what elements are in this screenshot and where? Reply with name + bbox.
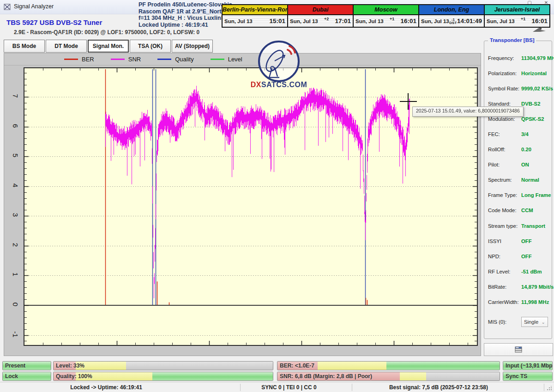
clock-time-row: Sun, Jul 13-1DST14:01:49 xyxy=(419,15,484,27)
clock-date: Sun, Jul 13 xyxy=(421,18,449,24)
field-value: 11304,979 MHz xyxy=(521,55,554,61)
transponder-field-row: BitRate:14,879 Mbit/s xyxy=(484,279,552,294)
field-label: NPD: xyxy=(488,254,521,259)
clock-date: Sun, Jul 13 xyxy=(290,18,318,24)
clock-city: Berlin-Paris-Vienna-Roma xyxy=(223,5,287,15)
clock-city: Dubai xyxy=(288,5,353,15)
clock-offset: +1 xyxy=(390,17,394,21)
transponder-field-row: NPD:OFF xyxy=(484,249,552,264)
bar-label: Lock xyxy=(5,372,18,380)
y-axis-tick-label: 0 xyxy=(10,299,21,310)
world-clock: London, EngSun, Jul 13-1DST14:01:49 xyxy=(418,4,485,28)
clock-date: Sun, Jul 13 xyxy=(487,18,515,24)
world-clock: MoscowSun, Jul 13+116:01 xyxy=(353,4,419,28)
mis-select[interactable]: Single ⌄ xyxy=(521,317,548,327)
chart-plot-area[interactable] xyxy=(24,67,478,346)
bar-label: Present xyxy=(5,362,25,370)
clock-offset: -1DST xyxy=(449,18,457,24)
clock-time: 14:01:49 xyxy=(457,18,482,24)
site-info-line: f=11 304 MHz_H : Vicus Luxlink xyxy=(138,15,231,22)
y-axis-tick-label: 1 xyxy=(10,269,21,280)
bar-segment-gray xyxy=(126,362,273,370)
clock-city: London, Eng xyxy=(419,5,484,15)
field-value: 9999,02 KS/s xyxy=(521,86,553,91)
field-value: ON xyxy=(521,162,529,167)
field-label: Code Mode: xyxy=(488,208,521,213)
chart-legend: BERSNRQualityLevel xyxy=(4,53,481,65)
field-value: 14,879 Mbit/s xyxy=(521,284,554,290)
resize-grip-icon[interactable] xyxy=(547,386,552,391)
legend-swatch xyxy=(64,59,78,60)
tuner-title: TBS 5927 USB DVB-S2 Tuner xyxy=(6,18,102,26)
bar-segment-green xyxy=(152,372,273,380)
indicator-bar-sync-ts: Sync TS xyxy=(503,372,553,381)
legend-label: BER xyxy=(82,56,94,63)
transponder-field-row: Polarization:Horizontal xyxy=(484,65,552,81)
tab-tsa-ok-[interactable]: TSA (OK) xyxy=(130,40,171,53)
field-label: BitRate: xyxy=(488,284,521,290)
crosshair-cursor-v xyxy=(408,93,409,110)
mis-label: MIS (0): xyxy=(488,319,521,325)
bar-label: Quality: 100% xyxy=(56,372,92,380)
clock-time-row: Sun, Jul 13+116:01 xyxy=(485,15,549,27)
chevron-down-icon: ⌄ xyxy=(542,320,545,325)
y-axis-tick-label: 5 xyxy=(10,150,21,161)
clock-offset: +2 xyxy=(324,17,329,21)
logo-text-satcs: SATCS.COM xyxy=(261,81,307,89)
field-value: DVB-S2 xyxy=(521,101,540,107)
transponder-field-row: ISSYIOFF xyxy=(484,233,552,249)
field-value: 0.20 xyxy=(521,147,531,152)
field-label: Symbol Rate: xyxy=(488,86,521,91)
field-label: FEC: xyxy=(488,131,521,137)
statusbar-section: Locked -> Uptime: 46:19:41 xyxy=(70,384,142,391)
logo-text-dx: DX xyxy=(251,81,261,89)
site-info-line: Locked Uptime : 46:19:41 xyxy=(138,22,231,29)
legend-item-quality: Quality xyxy=(157,56,193,63)
field-value: CCM xyxy=(521,208,533,213)
app-icon xyxy=(4,3,11,11)
tab-dt-mode[interactable]: DT Mode xyxy=(46,40,87,53)
indicator-bar-present: Present xyxy=(2,361,51,370)
transponder-field-row: Pilot:ON xyxy=(484,157,552,172)
statusbar-section: SYNC 0 | TEI 0 | CC 0 xyxy=(261,384,316,391)
mis-selected-value: Single xyxy=(524,319,538,325)
y-axis-tick-label: 7 xyxy=(10,90,21,101)
field-label: Stream type: xyxy=(488,223,521,229)
tab-av-stopped-[interactable]: AV (Stopped) xyxy=(172,40,213,53)
legend-item-level: Level xyxy=(211,56,242,63)
clock-time: 17:01 xyxy=(335,18,351,24)
clock-time: 15:01 xyxy=(269,18,285,24)
clock-time-row: Sun, Jul 13+217:01 xyxy=(288,15,353,27)
tab-signal-mon-[interactable]: Signal Mon. xyxy=(88,40,129,53)
transponder-field-row: FEC:3/4 xyxy=(484,126,552,142)
field-label: Polarization: xyxy=(488,71,521,76)
statusbar: Locked -> Uptime: 46:19:41SYNC 0 | TEI 0… xyxy=(0,382,554,392)
field-label: Pilot: xyxy=(488,162,521,167)
field-label: ISSYI xyxy=(488,238,521,244)
app-title: Signal Analyzer xyxy=(14,3,54,10)
mode-tabs: BS ModeDT ModeSignal Mon.TSA (OK)AV (Sto… xyxy=(4,40,213,53)
bar-label: SNR: 6,8 dB (Margin: 2,8 dB | Poor) xyxy=(280,372,372,380)
chart-tooltip: 2025-07-13 15.01.49, value: 6,8000001907… xyxy=(412,107,524,117)
legend-item-snr: SNR xyxy=(111,56,141,63)
indicator-bar-input: Input (~13,91 Mbps) xyxy=(503,361,553,370)
transponder-panel: Transponder [BS] Frequency:11304,979 MHz… xyxy=(484,41,552,339)
field-label: Modulation: xyxy=(488,116,521,122)
clock-date: Sun, Jul 13 xyxy=(355,18,384,24)
legend-label: SNR xyxy=(128,56,141,63)
field-value: -51 dBm xyxy=(521,269,542,274)
field-value: QPSK-S2 xyxy=(521,116,544,122)
bar-segment-green xyxy=(386,362,500,370)
transponder-field-row: Frame Type:Long Frame xyxy=(484,188,552,203)
clock-offset: +1 xyxy=(521,17,525,21)
ts-dialog-button[interactable] xyxy=(484,343,553,356)
legend-label: Quality xyxy=(175,56,193,63)
field-label: Frame Type: xyxy=(488,192,521,198)
legend-swatch xyxy=(157,59,171,60)
world-clocks: Berlin-Paris-Vienna-RomaSun, Jul 1315:01… xyxy=(223,4,550,28)
field-value: Long Frame xyxy=(521,192,551,198)
indicator-bar-ber: BER: <1.0E-7 xyxy=(277,361,500,370)
field-label: CarrierWidth: xyxy=(488,299,521,305)
mis-row: MIS (0): Single ⌄ xyxy=(484,317,552,327)
tab-bs-mode[interactable]: BS Mode xyxy=(4,40,45,53)
